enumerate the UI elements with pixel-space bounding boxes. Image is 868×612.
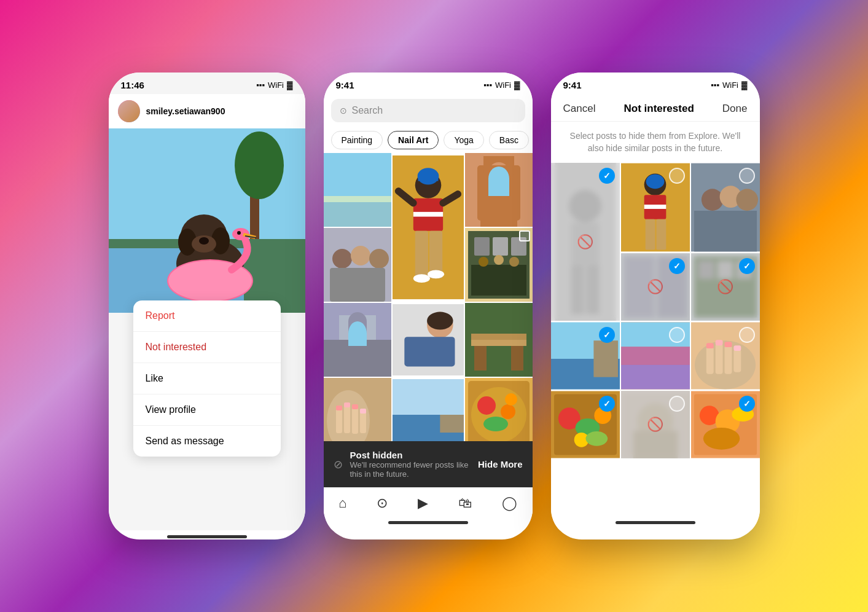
svg-rect-129 xyxy=(733,345,741,351)
wifi-icon-2: WiFi xyxy=(495,80,511,90)
svg-point-86 xyxy=(483,417,508,431)
tag-nail-art[interactable]: Nail Art xyxy=(388,131,439,149)
svg-rect-97 xyxy=(644,205,666,209)
tag-basc[interactable]: Basc xyxy=(489,131,529,149)
nav-reels-icon[interactable]: ▶ xyxy=(418,495,428,511)
done-button[interactable]: Done xyxy=(722,103,748,115)
phone3-content: Cancel Not interested Done Select posts … xyxy=(551,94,760,530)
grid-img-9 xyxy=(324,378,391,452)
menu-item-report[interactable]: Report xyxy=(133,300,281,332)
hide-more-button[interactable]: Hide More xyxy=(478,459,523,469)
grid-cell-9[interactable] xyxy=(324,378,391,452)
explore-grid: ⊘ Post hidden We'll recommend fewer post… xyxy=(324,153,533,487)
svg-rect-17 xyxy=(324,202,391,227)
grid-cell-8[interactable] xyxy=(465,303,533,377)
ni-cell-7[interactable] xyxy=(621,322,690,390)
svg-point-136 xyxy=(585,431,608,446)
svg-point-14 xyxy=(237,231,241,235)
checkbox-5 xyxy=(519,230,530,241)
status-bar-1: 11:46 ▪▪▪ WiFi ▓ xyxy=(109,73,305,94)
grid-img-dance-tall xyxy=(393,153,464,302)
search-icon: ⊙ xyxy=(340,106,347,116)
svg-point-49 xyxy=(494,255,504,265)
svg-rect-64 xyxy=(471,334,526,340)
ni-cell-11[interactable]: ✓ xyxy=(691,391,760,458)
menu-item-like[interactable]: Like xyxy=(133,363,281,394)
grid-cell-7[interactable] xyxy=(393,303,464,377)
empty-circle-8 xyxy=(739,327,755,343)
svg-rect-127 xyxy=(715,340,722,345)
svg-rect-21 xyxy=(418,176,438,181)
ni-cell-6[interactable]: ✓ xyxy=(551,322,620,390)
empty-circle-2 xyxy=(669,168,685,184)
svg-rect-69 xyxy=(336,409,342,433)
tag-yoga[interactable]: Yoga xyxy=(444,131,483,149)
grid-cell-10[interactable] xyxy=(393,378,464,452)
nav-home-icon[interactable]: ⌂ xyxy=(338,495,346,511)
svg-rect-80 xyxy=(393,379,464,415)
eye-slash-icon-10: 🚫 xyxy=(647,417,663,433)
svg-point-28 xyxy=(413,274,429,283)
wifi-icon: WiFi xyxy=(268,80,284,90)
menu-item-not-interested[interactable]: Not interested xyxy=(133,332,281,363)
svg-point-48 xyxy=(479,257,488,267)
svg-rect-44 xyxy=(474,237,490,256)
svg-rect-99 xyxy=(656,219,666,250)
svg-rect-128 xyxy=(724,342,732,347)
nav-profile-icon[interactable]: ◯ xyxy=(502,495,517,511)
ni-cell-3[interactable] xyxy=(691,163,760,252)
status-bar-2: 9:41 ▪▪▪ WiFi ▓ xyxy=(324,73,533,94)
empty-circle-10 xyxy=(669,396,685,412)
ni-cell-8[interactable] xyxy=(691,322,760,390)
post-image-svg xyxy=(109,128,305,313)
menu-item-view-profile[interactable]: View profile xyxy=(133,394,281,426)
not-interested-subtitle: Select posts to hide them from Explore. … xyxy=(551,122,760,163)
ni-cell-2[interactable] xyxy=(621,163,690,252)
svg-rect-126 xyxy=(706,343,713,348)
toast-title: Post hidden xyxy=(350,450,471,460)
home-indicator-1 xyxy=(167,535,247,538)
nav-shop-icon[interactable]: 🛍 xyxy=(458,495,472,511)
svg-point-84 xyxy=(477,396,496,415)
svg-rect-66 xyxy=(511,346,523,371)
grid-cell-2[interactable] xyxy=(393,153,464,302)
tags-row: Painting Nail Art Yoga Basc xyxy=(324,127,533,153)
toast-text: Post hidden We'll recommend fewer posts … xyxy=(350,450,471,479)
svg-rect-45 xyxy=(493,237,508,256)
ni-cell-9[interactable]: ✓ xyxy=(551,391,620,458)
status-icons-3: ▪▪▪ WiFi ▓ xyxy=(711,80,747,90)
svg-rect-98 xyxy=(645,219,655,250)
tag-painting[interactable]: Painting xyxy=(331,131,383,149)
svg-point-87 xyxy=(505,393,517,406)
svg-rect-76 xyxy=(360,409,366,414)
search-bar[interactable]: ⊙ Search xyxy=(331,99,525,122)
svg-rect-73 xyxy=(336,406,342,410)
svg-rect-56 xyxy=(348,334,367,346)
menu-item-send-message[interactable]: Send as message xyxy=(133,426,281,457)
eye-slash-icon-4: 🚫 xyxy=(647,279,663,295)
ni-cell-4[interactable]: 🚫 ✓ xyxy=(621,253,690,321)
not-interested-grid: 🚫 ✓ xyxy=(551,163,760,516)
profile-row: smiley.setiawan900 xyxy=(109,94,305,128)
grid-cell-5[interactable] xyxy=(465,228,533,302)
grid-cell-6[interactable] xyxy=(324,303,391,377)
cancel-button[interactable]: Cancel xyxy=(563,103,596,115)
svg-rect-75 xyxy=(352,404,358,409)
ni-cell-10[interactable]: 🚫 xyxy=(621,391,690,458)
grid-cell-4[interactable] xyxy=(324,228,391,302)
ni-cell-1[interactable]: 🚫 ✓ xyxy=(551,163,620,321)
grid-cell-3[interactable] xyxy=(465,153,533,227)
svg-point-60 xyxy=(427,312,453,330)
svg-rect-47 xyxy=(471,265,526,296)
time-1: 11:46 xyxy=(121,80,144,90)
signal-icon-3: ▪▪▪ xyxy=(711,80,719,90)
grid-img-11 xyxy=(465,378,533,452)
nav-search-icon[interactable]: ⊙ xyxy=(377,495,388,511)
grid-img-7 xyxy=(393,303,464,377)
grid-cell-1[interactable] xyxy=(324,153,391,227)
ni-cell-5[interactable]: 🚫 ✓ xyxy=(691,253,760,321)
time-2: 9:41 xyxy=(336,80,354,90)
grid-cell-11[interactable] xyxy=(465,378,533,452)
svg-rect-65 xyxy=(474,346,487,371)
svg-rect-26 xyxy=(415,231,428,278)
